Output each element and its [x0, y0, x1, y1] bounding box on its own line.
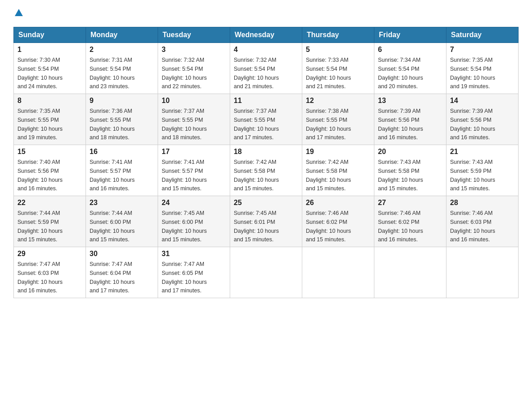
- day-info: Sunrise: 7:39 AM Sunset: 5:56 PM Dayligh…: [378, 108, 423, 141]
- day-number: 19: [306, 148, 370, 156]
- logo: [13, 9, 23, 18]
- calendar-cell: 28 Sunrise: 7:46 AM Sunset: 6:03 PM Dayl…: [446, 196, 519, 247]
- calendar-cell: 26 Sunrise: 7:46 AM Sunset: 6:02 PM Dayl…: [302, 196, 374, 247]
- day-info: Sunrise: 7:42 AM Sunset: 5:58 PM Dayligh…: [234, 159, 279, 192]
- day-of-week-header: Thursday: [302, 27, 374, 43]
- calendar-cell: 20 Sunrise: 7:43 AM Sunset: 5:58 PM Dayl…: [374, 145, 446, 196]
- calendar-cell: 29 Sunrise: 7:47 AM Sunset: 6:03 PM Dayl…: [14, 247, 86, 298]
- page-header: [13, 9, 519, 18]
- day-number: 26: [306, 199, 370, 207]
- day-number: 9: [90, 97, 154, 105]
- day-info: Sunrise: 7:37 AM Sunset: 5:55 PM Dayligh…: [162, 108, 207, 141]
- calendar-cell: 1 Sunrise: 7:30 AM Sunset: 5:54 PM Dayli…: [14, 43, 86, 94]
- day-number: 18: [234, 148, 298, 156]
- day-number: 1: [17, 46, 82, 54]
- day-info: Sunrise: 7:35 AM Sunset: 5:54 PM Dayligh…: [450, 57, 495, 90]
- calendar-cell: 22 Sunrise: 7:44 AM Sunset: 5:59 PM Dayl…: [14, 196, 86, 247]
- day-info: Sunrise: 7:32 AM Sunset: 5:54 PM Dayligh…: [162, 57, 207, 90]
- calendar-cell: 19 Sunrise: 7:42 AM Sunset: 5:58 PM Dayl…: [302, 145, 374, 196]
- calendar-cell: 27 Sunrise: 7:46 AM Sunset: 6:02 PM Dayl…: [374, 196, 446, 247]
- day-info: Sunrise: 7:41 AM Sunset: 5:57 PM Dayligh…: [90, 159, 135, 192]
- calendar-cell: 25 Sunrise: 7:45 AM Sunset: 6:01 PM Dayl…: [230, 196, 302, 247]
- day-of-week-header: Wednesday: [230, 27, 302, 43]
- calendar-week-row: 22 Sunrise: 7:44 AM Sunset: 5:59 PM Dayl…: [14, 196, 519, 247]
- logo-triangle-icon: [15, 9, 23, 18]
- day-info: Sunrise: 7:30 AM Sunset: 5:54 PM Dayligh…: [17, 57, 63, 90]
- day-number: 8: [17, 97, 82, 105]
- day-info: Sunrise: 7:42 AM Sunset: 5:58 PM Dayligh…: [306, 159, 351, 192]
- day-number: 20: [378, 148, 442, 156]
- day-of-week-header: Sunday: [14, 27, 86, 43]
- day-info: Sunrise: 7:46 AM Sunset: 6:02 PM Dayligh…: [378, 210, 423, 243]
- calendar-cell: 31 Sunrise: 7:47 AM Sunset: 6:05 PM Dayl…: [158, 247, 230, 298]
- day-number: 30: [90, 250, 154, 258]
- day-number: 13: [378, 97, 442, 105]
- calendar-table: SundayMondayTuesdayWednesdayThursdayFrid…: [13, 27, 519, 298]
- day-number: 25: [234, 199, 298, 207]
- day-info: Sunrise: 7:46 AM Sunset: 6:03 PM Dayligh…: [450, 210, 495, 243]
- day-number: 31: [162, 250, 226, 258]
- day-number: 2: [90, 46, 154, 54]
- day-info: Sunrise: 7:34 AM Sunset: 5:54 PM Dayligh…: [378, 57, 423, 90]
- calendar-cell: 5 Sunrise: 7:33 AM Sunset: 5:54 PM Dayli…: [302, 43, 374, 94]
- day-number: 3: [162, 46, 226, 54]
- day-of-week-header: Saturday: [446, 27, 519, 43]
- calendar-cell: 17 Sunrise: 7:41 AM Sunset: 5:57 PM Dayl…: [158, 145, 230, 196]
- day-number: 11: [234, 97, 298, 105]
- day-info: Sunrise: 7:47 AM Sunset: 6:03 PM Dayligh…: [17, 261, 63, 294]
- calendar-cell: 9 Sunrise: 7:36 AM Sunset: 5:55 PM Dayli…: [86, 94, 158, 145]
- calendar-cell: 13 Sunrise: 7:39 AM Sunset: 5:56 PM Dayl…: [374, 94, 446, 145]
- calendar-week-row: 29 Sunrise: 7:47 AM Sunset: 6:03 PM Dayl…: [14, 247, 519, 298]
- calendar-cell: 2 Sunrise: 7:31 AM Sunset: 5:54 PM Dayli…: [86, 43, 158, 94]
- day-number: 27: [378, 199, 442, 207]
- day-of-week-header: Tuesday: [158, 27, 230, 43]
- day-info: Sunrise: 7:43 AM Sunset: 5:58 PM Dayligh…: [378, 159, 423, 192]
- day-info: Sunrise: 7:39 AM Sunset: 5:56 PM Dayligh…: [450, 108, 495, 141]
- calendar-cell: [230, 247, 302, 298]
- day-info: Sunrise: 7:31 AM Sunset: 5:54 PM Dayligh…: [90, 57, 135, 90]
- calendar-cell: [446, 247, 519, 298]
- calendar-cell: 7 Sunrise: 7:35 AM Sunset: 5:54 PM Dayli…: [446, 43, 519, 94]
- calendar-cell: 3 Sunrise: 7:32 AM Sunset: 5:54 PM Dayli…: [158, 43, 230, 94]
- day-info: Sunrise: 7:44 AM Sunset: 6:00 PM Dayligh…: [90, 210, 135, 243]
- day-info: Sunrise: 7:43 AM Sunset: 5:59 PM Dayligh…: [450, 159, 495, 192]
- day-number: 6: [378, 46, 442, 54]
- calendar-cell: 18 Sunrise: 7:42 AM Sunset: 5:58 PM Dayl…: [230, 145, 302, 196]
- calendar-cell: 14 Sunrise: 7:39 AM Sunset: 5:56 PM Dayl…: [446, 94, 519, 145]
- svg-marker-0: [15, 9, 23, 16]
- day-number: 7: [450, 46, 515, 54]
- day-number: 15: [17, 148, 82, 156]
- day-number: 23: [90, 199, 154, 207]
- calendar-week-row: 8 Sunrise: 7:35 AM Sunset: 5:55 PM Dayli…: [14, 94, 519, 145]
- day-info: Sunrise: 7:32 AM Sunset: 5:54 PM Dayligh…: [234, 57, 279, 90]
- day-number: 17: [162, 148, 226, 156]
- day-number: 4: [234, 46, 298, 54]
- day-number: 14: [450, 97, 515, 105]
- day-number: 24: [162, 199, 226, 207]
- calendar-cell: 24 Sunrise: 7:45 AM Sunset: 6:00 PM Dayl…: [158, 196, 230, 247]
- day-info: Sunrise: 7:38 AM Sunset: 5:55 PM Dayligh…: [306, 108, 351, 141]
- day-number: 28: [450, 199, 515, 207]
- day-number: 5: [306, 46, 370, 54]
- day-number: 22: [17, 199, 82, 207]
- day-info: Sunrise: 7:44 AM Sunset: 5:59 PM Dayligh…: [17, 210, 63, 243]
- calendar-cell: 10 Sunrise: 7:37 AM Sunset: 5:55 PM Dayl…: [158, 94, 230, 145]
- calendar-cell: 15 Sunrise: 7:40 AM Sunset: 5:56 PM Dayl…: [14, 145, 86, 196]
- day-info: Sunrise: 7:35 AM Sunset: 5:55 PM Dayligh…: [17, 108, 63, 141]
- day-number: 10: [162, 97, 226, 105]
- day-number: 21: [450, 148, 515, 156]
- calendar-week-row: 15 Sunrise: 7:40 AM Sunset: 5:56 PM Dayl…: [14, 145, 519, 196]
- calendar-cell: 8 Sunrise: 7:35 AM Sunset: 5:55 PM Dayli…: [14, 94, 86, 145]
- calendar-cell: 12 Sunrise: 7:38 AM Sunset: 5:55 PM Dayl…: [302, 94, 374, 145]
- calendar-cell: 16 Sunrise: 7:41 AM Sunset: 5:57 PM Dayl…: [86, 145, 158, 196]
- calendar-cell: 6 Sunrise: 7:34 AM Sunset: 5:54 PM Dayli…: [374, 43, 446, 94]
- day-info: Sunrise: 7:33 AM Sunset: 5:54 PM Dayligh…: [306, 57, 351, 90]
- day-number: 29: [17, 250, 82, 258]
- calendar-cell: 23 Sunrise: 7:44 AM Sunset: 6:00 PM Dayl…: [86, 196, 158, 247]
- calendar-cell: [374, 247, 446, 298]
- day-of-week-header: Monday: [86, 27, 158, 43]
- calendar-cell: 30 Sunrise: 7:47 AM Sunset: 6:04 PM Dayl…: [86, 247, 158, 298]
- day-number: 12: [306, 97, 370, 105]
- day-info: Sunrise: 7:36 AM Sunset: 5:55 PM Dayligh…: [90, 108, 135, 141]
- day-info: Sunrise: 7:47 AM Sunset: 6:05 PM Dayligh…: [162, 261, 207, 294]
